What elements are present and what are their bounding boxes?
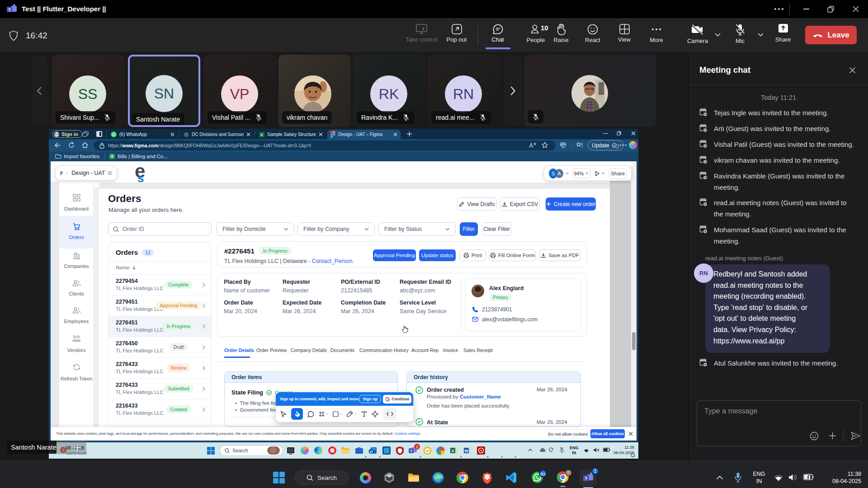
- svg-text:T: T: [585, 476, 588, 481]
- svg-text:X: X: [260, 133, 263, 137]
- svg-text:O: O: [369, 450, 373, 454]
- svg-text:W: W: [464, 449, 468, 453]
- svg-text:T: T: [410, 449, 412, 453]
- svg-text:X: X: [451, 449, 454, 453]
- svg-text:T: T: [8, 7, 11, 12]
